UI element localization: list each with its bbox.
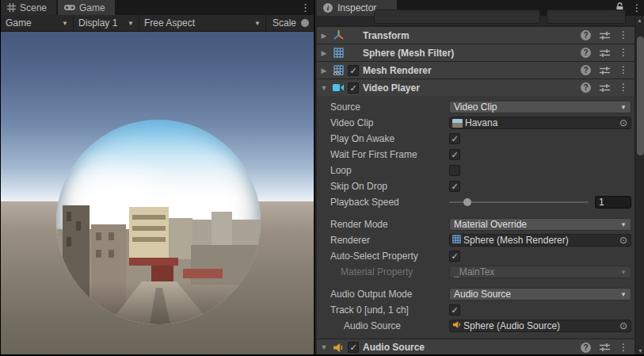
property-row-render-mode: Render Mode Material Override ▼ — [317, 216, 634, 232]
partial-field — [374, 10, 540, 24]
help-icon[interactable]: ? — [581, 343, 591, 353]
chevron-down-icon: ▼ — [254, 20, 261, 27]
component-menu-icon[interactable]: ⋮ — [619, 341, 628, 354]
aspect-value: Free Aspect — [144, 17, 195, 29]
transform-icon — [331, 30, 345, 40]
track0-checkbox[interactable]: ✓ — [449, 304, 460, 316]
property-label: Material Property — [317, 266, 449, 278]
component-header-mesh-renderer[interactable]: ▶ ✓ Mesh Renderer ? ⋮ — [317, 61, 634, 78]
game-viewport — [1, 32, 314, 356]
dropdown-value: Video Clip — [454, 101, 497, 113]
component-menu-icon[interactable]: ⋮ — [619, 81, 628, 94]
property-row-renderer: Renderer Sphere (Mesh Renderer) ⊙ — [317, 232, 634, 248]
component-header-transform[interactable]: ▶ Transform ? ⋮ — [317, 26, 634, 44]
object-picker-icon[interactable]: ⊙ — [618, 321, 629, 331]
component-enabled-checkbox[interactable]: ✓ — [348, 342, 359, 353]
renderer-object-field[interactable]: Sphere (Mesh Renderer) ⊙ — [449, 234, 631, 247]
help-icon[interactable]: ? — [581, 82, 591, 93]
object-field-value: Sphere (Audio Source) — [463, 320, 618, 331]
property-row-audio-source-ref: Audio Source Sphere (Audio Source) ⊙ — [317, 318, 634, 334]
chevron-down-icon: ▼ — [128, 20, 134, 27]
component-menu-icon[interactable]: ⋮ — [619, 46, 628, 59]
preset-icon[interactable] — [600, 48, 610, 58]
aspect-ratio-dropdown[interactable]: Free Aspect ▼ — [139, 15, 266, 31]
property-row-playback-speed: Playback Speed 1 — [317, 194, 634, 210]
property-label: Video Clip — [317, 117, 449, 128]
foldout-icon[interactable]: ▼ — [317, 343, 331, 351]
component-header-mesh-filter[interactable]: ▶ Sphere (Mesh Filter) ? ⋮ — [317, 44, 634, 61]
mesh-renderer-icon — [331, 65, 345, 75]
component-enabled-checkbox[interactable]: ✓ — [348, 65, 359, 76]
chevron-down-icon: ▼ — [620, 269, 627, 276]
property-label: Render Mode — [317, 219, 449, 230]
video-player-properties: Source Video Clip ▼ Video Clip Havana — [317, 96, 634, 339]
component-enabled-checkbox[interactable]: ✓ — [348, 82, 359, 94]
chevron-down-icon: ▼ — [62, 20, 68, 27]
tab-scene-label: Scene — [20, 2, 47, 13]
preset-icon[interactable] — [600, 66, 610, 75]
slider-knob[interactable] — [463, 198, 471, 206]
scale-control: Scale — [266, 17, 314, 29]
help-icon[interactable]: ? — [581, 48, 591, 58]
tab-game-label: Game — [79, 2, 105, 13]
foldout-icon[interactable]: ▼ — [317, 84, 331, 92]
video-player-icon — [331, 83, 345, 92]
playback-speed-field[interactable]: 1 — [595, 196, 631, 209]
view-mode-dropdown[interactable]: Game ▼ — [1, 15, 74, 31]
scale-slider-knob[interactable] — [301, 19, 309, 27]
property-label: Track 0 [und, 1 ch] — [317, 304, 449, 316]
skip-on-drop-checkbox[interactable]: ✓ — [449, 181, 460, 192]
preset-icon[interactable] — [600, 83, 610, 93]
preset-icon[interactable] — [600, 343, 610, 352]
help-icon[interactable]: ? — [581, 30, 591, 40]
display-dropdown[interactable]: Display 1 ▼ — [74, 15, 139, 31]
object-picker-icon[interactable]: ⊙ — [618, 118, 629, 128]
playback-speed-slider[interactable] — [449, 201, 589, 203]
component-header-audio-source[interactable]: ▼ ✓ Audio Source ? ⋮ — [317, 339, 634, 356]
audio-source-object-field[interactable]: Sphere (Audio Source) ⊙ — [449, 320, 631, 332]
render-mode-dropdown[interactable]: Material Override ▼ — [449, 218, 631, 231]
game-panel-menu-icon[interactable]: ⋮ — [300, 1, 311, 14]
source-dropdown[interactable]: Video Clip ▼ — [449, 101, 631, 113]
property-row-wait-for-first-frame: Wait For First Frame ✓ — [317, 147, 634, 163]
foldout-icon[interactable]: ▶ — [317, 49, 331, 57]
auto-select-property-checkbox[interactable]: ✓ — [449, 251, 460, 262]
property-row-track0: Track 0 [und, 1 ch] ✓ — [317, 302, 634, 318]
game-tabbar: Scene Game ⋮ — [1, 0, 314, 15]
wait-for-first-frame-checkbox[interactable]: ✓ — [449, 149, 460, 160]
loop-checkbox[interactable] — [449, 165, 460, 176]
property-row-loop: Loop — [317, 163, 634, 178]
component-header-video-player[interactable]: ▼ ✓ Video Player ? ⋮ — [317, 78, 634, 96]
audio-output-mode-dropdown[interactable]: Audio Source ▼ — [449, 288, 631, 300]
scroll-up-icon[interactable]: ▲ — [637, 17, 642, 355]
preset-icon[interactable] — [600, 31, 610, 40]
scene-grid-icon — [7, 3, 16, 12]
tab-game[interactable]: Game — [58, 0, 115, 15]
display-value: Display 1 — [78, 17, 117, 29]
component-title: Audio Source — [363, 342, 425, 353]
property-label: Audio Source — [317, 320, 449, 331]
inspector-menu-icon[interactable]: ⋮ — [632, 2, 642, 15]
play-on-awake-checkbox[interactable]: ✓ — [449, 133, 460, 144]
video-sphere — [56, 120, 261, 324]
game-toolbar: Game ▼ Display 1 ▼ Free Aspect ▼ Scale — [1, 15, 314, 32]
property-row-video-clip: Video Clip Havana ⊙ — [317, 115, 634, 131]
foldout-icon[interactable]: ▶ — [317, 67, 331, 75]
property-row-material-property: Material Property _MainTex ▼ — [317, 264, 634, 280]
component-menu-icon[interactable]: ⋮ — [619, 29, 628, 42]
foldout-icon[interactable]: ▶ — [317, 32, 331, 40]
inspector-body: ▶ Transform ? ⋮ ▶ — [317, 26, 634, 356]
object-picker-icon[interactable]: ⊙ — [618, 235, 629, 245]
mesh-renderer-mini-icon — [452, 235, 461, 246]
help-icon[interactable]: ? — [581, 65, 591, 75]
tab-scene[interactable]: Scene — [1, 0, 56, 15]
object-field-value: Havana — [465, 117, 618, 128]
unity-editor-window: Scene Game ⋮ Game ▼ Display 1 ▼ Free Asp… — [0, 0, 644, 356]
component-menu-icon[interactable]: ⋮ — [619, 63, 628, 77]
view-mode-value: Game — [6, 17, 32, 29]
component-title: Video Player — [363, 82, 420, 94]
audio-source-icon — [331, 343, 345, 353]
video-clip-object-field[interactable]: Havana ⊙ — [449, 117, 631, 129]
tab-inspector-label: Inspector — [337, 2, 376, 13]
dropdown-value: Material Override — [454, 219, 527, 230]
